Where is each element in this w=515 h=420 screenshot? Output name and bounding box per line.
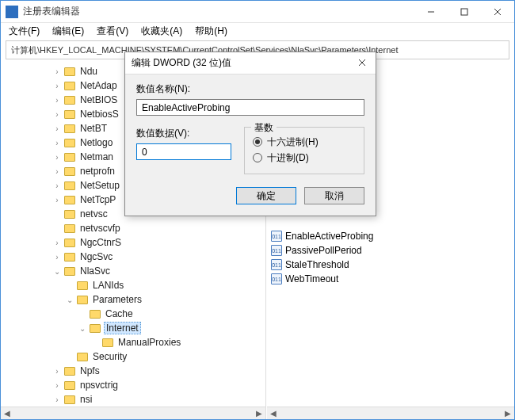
folder-icon (64, 381, 75, 390)
ok-button[interactable]: 确定 (236, 187, 296, 204)
dword-icon: 011 (271, 259, 282, 270)
dword-icon: 011 (271, 245, 282, 256)
registry-value-webtimeout[interactable]: 011WebTimeout (271, 272, 514, 286)
close-button[interactable] (481, 1, 514, 23)
folder-icon (64, 167, 75, 176)
folder-icon (64, 395, 75, 404)
tree-node-label: Netlogo (78, 137, 114, 148)
chevron-right-icon[interactable]: › (52, 166, 63, 177)
app-icon (6, 6, 18, 18)
registry-value-name: EnableActiveProbing (285, 231, 373, 242)
chevron-down-icon[interactable]: ⌄ (64, 294, 75, 305)
chevron-right-icon[interactable]: › (52, 365, 63, 376)
tree-node-netvscvfp[interactable]: netvscvfp (1, 221, 265, 235)
scroll-left-icon[interactable]: ◀ (267, 407, 280, 419)
chevron-down-icon[interactable]: ⌄ (77, 323, 88, 334)
tree-node-npsvctrig[interactable]: ›npsvctrig (1, 378, 265, 392)
registry-value-stalethreshold[interactable]: 011StaleThreshold (271, 258, 514, 272)
tree-node-label: LANIds (91, 280, 125, 291)
dialog-close-button[interactable] (355, 58, 369, 69)
chevron-down-icon[interactable]: ⌄ (52, 265, 63, 277)
tree-node-label: Ndu (78, 66, 99, 77)
tree-node-parameters[interactable]: ⌄Parameters (1, 292, 265, 307)
tree-node-label: Netman (78, 151, 115, 162)
tree-node-nsi[interactable]: ›nsi (1, 392, 265, 407)
tree-node-label: Parameters (91, 294, 143, 305)
tree-node-ngcctnrs[interactable]: ›NgcCtnrS (1, 235, 265, 250)
radio-dec[interactable]: 十进制(D) (253, 150, 356, 166)
chevron-right-icon[interactable]: › (52, 237, 63, 248)
tree-node-label: NetAdap (78, 80, 119, 91)
dialog-titlebar[interactable]: 编辑 DWORD (32 位)值 (125, 52, 376, 74)
name-field (136, 99, 364, 116)
edit-dword-dialog: 编辑 DWORD (32 位)值 数值名称(N): 数值数据(V): 基数 十六… (124, 52, 376, 216)
registry-value-name: PassivePollPeriod (285, 245, 362, 256)
list-hscroll[interactable]: ◀ ▶ (267, 407, 514, 419)
tree-node-lanids[interactable]: LANIds (1, 278, 265, 292)
data-field[interactable] (136, 143, 231, 160)
tree-hscroll[interactable]: ◀ ▶ (1, 407, 265, 419)
folder-icon (90, 310, 101, 319)
radio-dec-label: 十进制(D) (267, 151, 309, 165)
chevron-right-icon[interactable]: › (52, 94, 63, 105)
menu-edit[interactable]: 编辑(E) (48, 23, 89, 40)
folder-icon (102, 338, 113, 347)
chevron-right-icon[interactable]: › (52, 180, 63, 191)
tree-node-security[interactable]: Security (1, 349, 265, 364)
chevron-right-icon[interactable]: › (52, 251, 63, 262)
tree-node-nlasvc[interactable]: ⌄NlaSvc (1, 264, 265, 278)
radio-hex[interactable]: 十六进制(H) (253, 134, 356, 150)
tree-node-ngcsvc[interactable]: ›NgcSvc (1, 250, 265, 264)
folder-icon (64, 110, 75, 119)
chevron-right-icon[interactable]: › (52, 123, 63, 134)
tree-node-label: ManualProxies (116, 337, 182, 348)
scroll-left-icon[interactable]: ◀ (1, 407, 13, 419)
svg-rect-1 (461, 9, 467, 15)
tree-node-label: NetSetup (78, 180, 121, 191)
chevron-right-icon[interactable]: › (52, 380, 63, 391)
data-label: 数值数据(V): (136, 127, 231, 140)
minimize-button[interactable] (414, 1, 448, 23)
tree-node-label: Security (91, 351, 128, 362)
chevron-right-icon[interactable]: › (52, 80, 63, 91)
tree-node-npfs[interactable]: ›Npfs (1, 364, 265, 378)
tree-node-label: NetbiosS (78, 109, 120, 120)
menu-file[interactable]: 文件(F) (4, 23, 44, 40)
chevron-right-icon[interactable]: › (52, 151, 63, 162)
chevron-right-icon[interactable]: › (52, 66, 63, 77)
tree-node-label: netvsc (78, 208, 109, 220)
folder-icon (64, 224, 75, 233)
folder-icon (77, 281, 88, 290)
folder-icon (64, 153, 75, 162)
base-legend: 基数 (251, 121, 277, 135)
titlebar: 注册表编辑器 (1, 1, 514, 23)
tree-node-label: netprofn (78, 166, 116, 177)
folder-icon (77, 296, 88, 304)
maximize-button[interactable] (448, 1, 481, 23)
chevron-right-icon[interactable]: › (52, 109, 63, 120)
folder-icon (64, 196, 75, 204)
tree-node-manualproxies[interactable]: ManualProxies (1, 335, 265, 349)
tree-node-cache[interactable]: Cache (1, 307, 265, 321)
folder-icon (64, 181, 75, 190)
menu-view[interactable]: 查看(V) (92, 23, 133, 40)
chevron-right-icon[interactable]: › (52, 394, 63, 405)
scroll-right-icon[interactable]: ▶ (253, 407, 265, 419)
menu-help[interactable]: 帮助(H) (190, 23, 232, 40)
registry-value-passivepollperiod[interactable]: 011PassivePollPeriod (271, 243, 514, 258)
tree-node-label: Internet (104, 322, 141, 334)
registry-value-enableactiveprobing[interactable]: 011EnableActiveProbing (271, 229, 514, 243)
folder-icon (64, 239, 75, 247)
tree-node-label: npsvctrig (78, 380, 120, 391)
folder-icon (64, 267, 75, 276)
cancel-button[interactable]: 取消 (304, 187, 364, 204)
menu-favorites[interactable]: 收藏夹(A) (136, 23, 187, 40)
tree-node-label: netvscvfp (78, 223, 122, 234)
chevron-right-icon[interactable]: › (52, 137, 63, 148)
scroll-right-icon[interactable]: ▶ (502, 407, 514, 419)
chevron-right-icon[interactable]: › (52, 194, 63, 205)
tree-node-internet[interactable]: ⌄Internet (1, 321, 265, 335)
tree-node-label: NgcCtnrS (78, 237, 123, 248)
menubar: 文件(F) 编辑(E) 查看(V) 收藏夹(A) 帮助(H) (1, 23, 514, 39)
tree-node-label: NgcSvc (78, 251, 114, 262)
